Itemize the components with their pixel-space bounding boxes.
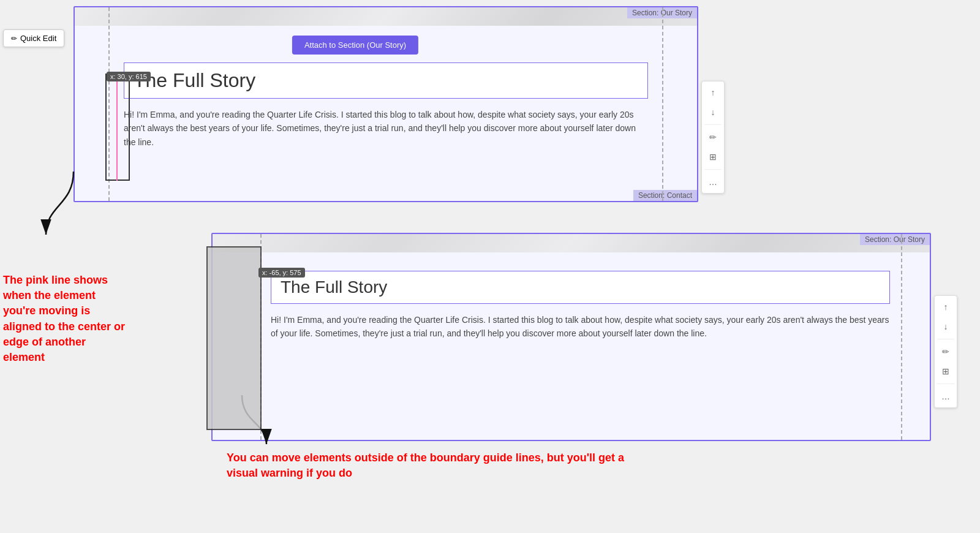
section-label-bottom-right: Section: Contact [633,190,697,201]
content-area-bottom: The Full Story Hi! I'm Emma, and you're … [271,271,890,428]
edit-button-bottom[interactable]: ✏ [937,343,954,360]
move-up-button[interactable]: ↑ [704,84,722,101]
right-toolbar-top: ↑ ↓ ✏ ⊞ … [701,81,725,194]
annotation-bottom: You can move elements outside of the bou… [227,450,625,481]
arrow-top [34,168,83,236]
right-toolbar-bottom: ↑ ↓ ✏ ⊞ … [934,295,957,408]
grid-button-bottom[interactable]: ⊞ [937,363,954,380]
toolbar-divider-4 [937,384,954,384]
title-field-bottom[interactable]: The Full Story [271,271,890,304]
annotation-left: The pink line shows when the element you… [3,273,126,365]
pencil-icon: ✏ [11,34,17,43]
pink-alignment-line [116,74,118,181]
move-up-button-bottom[interactable]: ↑ [937,298,954,316]
quick-edit-label: Quick Edit [20,34,56,43]
move-down-button[interactable]: ↓ [704,104,722,121]
guide-line-right-bottom [901,234,902,440]
content-area-top: The Full Story Hi! I'm Emma, and you're … [124,62,648,189]
attach-to-section-button[interactable]: Attach to Section (Our Story) [292,36,418,55]
body-text-bottom: Hi! I'm Emma, and you're reading the Qua… [271,313,890,341]
dragged-element-top[interactable] [105,74,130,181]
move-down-button-bottom[interactable]: ↓ [937,318,954,335]
title-field-top[interactable]: The Full Story [124,62,648,99]
panel-header-texture-bottom [213,234,930,252]
quick-edit-button[interactable]: ✏ Quick Edit [3,29,64,47]
coord-tooltip-top: x: 30, y: 615 [107,72,151,81]
section-label-bottom-tr: Section: Our Story [860,234,930,245]
body-text-top: Hi! I'm Emma, and you're reading the Qua… [124,108,648,149]
coord-tooltip-bottom: x: -65, y: 575 [258,268,305,278]
toolbar-divider-3 [937,339,954,339]
more-button-bottom[interactable]: … [937,388,954,405]
toolbar-divider-1 [704,124,722,125]
toolbar-divider-2 [704,169,722,170]
bottom-editor-panel: Section: Our Story x: -65, y: 575 The Fu… [211,233,931,441]
more-button[interactable]: … [704,173,722,191]
grid-button[interactable]: ⊞ [704,148,722,165]
edit-button[interactable]: ✏ [704,129,722,146]
panel-header-texture [75,7,697,26]
guide-line-right [662,7,663,201]
dragged-element-bottom[interactable] [206,246,262,430]
